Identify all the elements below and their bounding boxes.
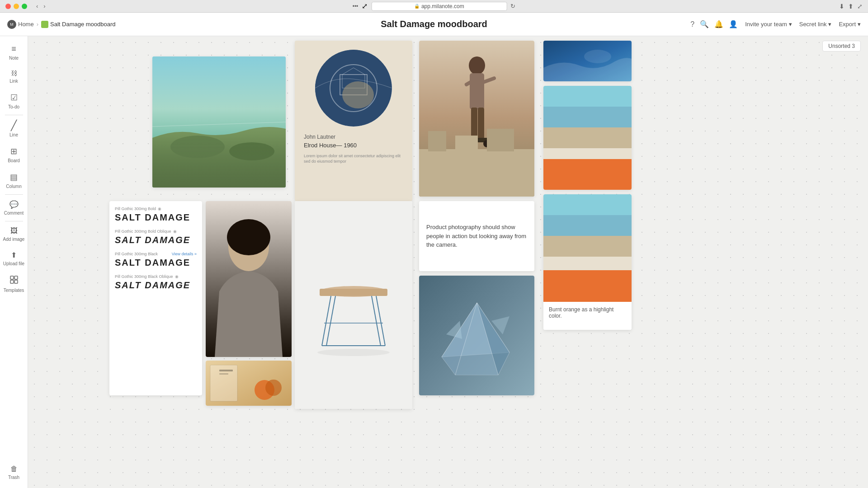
beach-card[interactable]	[152, 56, 286, 188]
fullscreen-icon[interactable]: ⤢	[857, 3, 863, 10]
svg-rect-4	[152, 56, 286, 188]
expand-button[interactable]: ⤢	[362, 2, 368, 10]
breadcrumb-separator: ›	[37, 21, 38, 28]
svg-rect-9	[340, 75, 367, 95]
magazine-card[interactable]	[206, 361, 292, 406]
note-text: Product photography should show people i…	[426, 223, 527, 249]
search-icon[interactable]: 🔍	[700, 20, 709, 28]
header-right: ? 🔍 🔔 👤 Invite your team ▾ Secret link ▾…	[690, 20, 861, 28]
typo-label-text-4: Pill Gothic 300mg Black Oblique	[115, 274, 173, 279]
burnt-orange-description: Burnt orange as a highlight color.	[543, 302, 632, 330]
main-layout: ≡ Note ⛓ Link ☑ To-do ╱ Line ⊞ Board ▤ C…	[0, 36, 868, 488]
sidebar-item-trash[interactable]: 🗑 Trash	[0, 460, 28, 484]
home-label: Home	[18, 21, 34, 28]
board-breadcrumb[interactable]: Salt Damage moodboard	[41, 21, 116, 28]
note-label: Note	[9, 56, 19, 61]
sidebar-item-comment[interactable]: 💬 Comment	[0, 196, 28, 220]
skater-card[interactable]	[419, 41, 534, 197]
bo-swatch-blue	[543, 215, 632, 236]
line-icon: ╱	[11, 121, 17, 131]
color-swatches-card[interactable]	[543, 86, 632, 190]
svg-rect-52	[219, 370, 233, 371]
column-label: Column	[6, 184, 21, 189]
trash-label: Trash	[8, 475, 19, 480]
sidebar-item-todo[interactable]: ☑ To-do	[0, 88, 28, 114]
beach-image	[152, 56, 286, 188]
fullscreen-button[interactable]	[22, 4, 27, 9]
origami-card[interactable]	[419, 276, 534, 395]
svg-rect-1	[14, 276, 18, 279]
view-details-link[interactable]: View details »	[172, 252, 197, 256]
sidebar-divider-2	[5, 194, 23, 195]
breadcrumb-board-name: Salt Damage moodboard	[50, 21, 116, 28]
tab-dots[interactable]: •••	[353, 3, 359, 9]
svg-rect-3	[14, 280, 18, 283]
notifications-icon[interactable]: 🔔	[714, 20, 723, 28]
help-icon[interactable]: ?	[690, 20, 694, 28]
close-button[interactable]	[5, 4, 11, 9]
origami-svg	[419, 276, 534, 395]
upload-icon[interactable]: ⬆	[848, 3, 854, 10]
lautner-card[interactable]: John Lautner Elrod House— 1960 Lorem ips…	[295, 41, 412, 201]
refresh-button[interactable]: ↻	[510, 3, 515, 9]
back-button[interactable]: ‹	[34, 2, 40, 10]
svg-rect-18	[478, 108, 484, 139]
sidebar-item-upload-file[interactable]: ⬆ Upload file	[0, 246, 28, 271]
link-label: Link	[9, 79, 18, 84]
sidebar-item-link[interactable]: ⛓ Link	[0, 65, 28, 88]
typo-label-text-3: Pill Gothic 300mg Black	[115, 252, 158, 256]
svg-rect-23	[428, 131, 446, 151]
svg-point-27	[584, 50, 611, 63]
minimize-button[interactable]	[14, 4, 19, 9]
export-button[interactable]: Export ▾	[839, 21, 861, 28]
furniture-card[interactable]	[295, 201, 412, 409]
lock-icon: 🔒	[414, 4, 420, 9]
beach-svg	[152, 56, 286, 188]
typo-label-text-1: Pill Gothic 300mg Bold	[115, 206, 156, 211]
svg-point-40	[317, 349, 390, 356]
download-icon[interactable]: ⬇	[839, 3, 844, 10]
forward-button[interactable]: ›	[42, 2, 47, 10]
portrait-card[interactable]	[206, 201, 292, 357]
burnt-orange-card[interactable]: Burnt orange as a highlight color.	[543, 194, 632, 330]
secret-link-button[interactable]: Secret link ▾	[799, 21, 832, 28]
unsorted-button[interactable]: Unsorted 3	[822, 41, 861, 52]
url-bar[interactable]: 🔒 app.milanote.com	[371, 2, 507, 11]
nav-buttons: ‹ ›	[34, 2, 47, 10]
sidebar-item-templates[interactable]: Templates	[0, 271, 28, 297]
header-icons: ? 🔍 🔔 👤	[690, 20, 738, 28]
secret-link-label: Secret link	[799, 21, 827, 28]
home-breadcrumb[interactable]: M Home	[7, 20, 34, 29]
add-image-icon: 🖼	[10, 227, 18, 235]
sidebar-item-column[interactable]: ▤ Column	[0, 168, 28, 193]
svg-point-30	[227, 219, 270, 255]
export-label: Export	[839, 21, 856, 28]
svg-point-8	[315, 50, 392, 127]
typo-label-4: Pill Gothic 300mg Black Oblique ◉	[115, 274, 197, 279]
blue-surf-card[interactable]	[543, 41, 632, 81]
invite-team-button[interactable]: Invite your team ▾	[745, 21, 792, 28]
sidebar-item-board[interactable]: ⊞ Board	[0, 142, 28, 168]
sidebar-item-note[interactable]: ≡ Note	[0, 40, 28, 65]
user-icon[interactable]: 👤	[729, 20, 738, 28]
typography-card[interactable]: Pill Gothic 300mg Bold ◉ SALT DAMAGE Pil…	[109, 201, 202, 395]
svg-point-5	[170, 136, 225, 158]
text-note-card[interactable]: Product photography should show people i…	[419, 201, 534, 271]
sidebar-item-line[interactable]: ╱ Line	[0, 116, 28, 142]
lautner-svg	[315, 50, 392, 127]
typo-salt-bold: SALT DAMAGE	[115, 212, 197, 223]
canvas-area[interactable]: Unsorted 3	[28, 36, 868, 488]
board-icon: ⊞	[10, 146, 17, 156]
typo-label-1: Pill Gothic 300mg Bold ◉	[115, 206, 197, 211]
skater-svg	[419, 41, 534, 197]
sidebar-item-add-image[interactable]: 🖼 Add image	[0, 222, 28, 246]
column-icon: ▤	[10, 172, 18, 182]
upload-file-label: Upload file	[3, 261, 24, 266]
typo-icon-1: ◉	[158, 206, 161, 211]
bo-swatch-cyan	[543, 194, 632, 215]
sidebar-divider-1	[5, 115, 23, 115]
svg-rect-0	[10, 276, 14, 279]
export-dropdown-arrow: ▾	[858, 21, 861, 28]
svg-rect-14	[470, 73, 484, 109]
traffic-lights	[5, 4, 27, 9]
